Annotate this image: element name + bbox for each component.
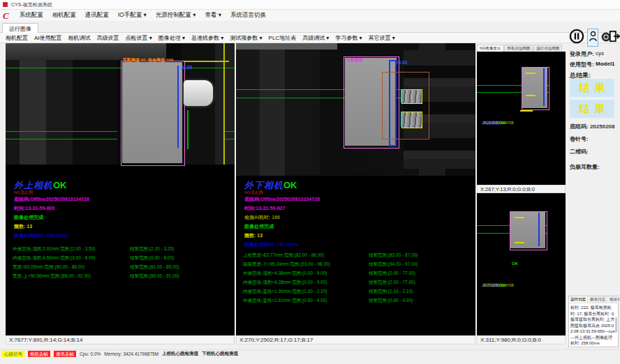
ai-roi-label: AI检测框 [346,57,363,63]
ng-view-tabs: NG图像显示 所有点位线图 运行点位线图 [477,43,566,52]
lower-camera-heartbeat: 下相机心跳检测值 [202,351,238,357]
exit-door-icon [609,30,620,45]
menu-item-language[interactable]: 系统语言切换 [230,11,266,20]
ng-view-2[interactable]: OK 外下相机OK 2025020813134728 [477,193,566,335]
status-bar: 心跳信号 相机丢帧 通讯丢帧 Cpu: 0.0% Memory: 3424.41… [0,349,620,358]
measurement-value: 外侧至线-顶图:2.91mm 范围:(2.00 - 3.50) [13,246,95,252]
mini-measure-line [538,213,540,246]
tool-spotcheck-settings[interactable]: 点检设置 ▾ [126,34,152,42]
menu-item-camera-config[interactable]: 相机配置 [52,11,76,20]
ng-note: NG见右图 [14,190,33,196]
ng-view-1[interactable]: 外上相机OK 2025020813134728 [477,52,566,185]
tab-ng-image[interactable]: NG图像显示 [477,45,503,52]
camera-name: 外上相机 [14,180,53,190]
ng-view-1-coords: X:267;Y:13;R:0;G:0;B:0 [477,185,566,193]
ai-elapsed-line: 检测AI耗时: 166 [244,214,280,221]
tab-edge-mark-1 [401,89,402,103]
ref-line-4 [225,139,235,139]
log-tabs: 运行日志 极耳日志 错误日志 [569,296,618,303]
tab-all-points[interactable]: 所有点位线图 [504,45,533,52]
middle-camera-view[interactable]: AI检测框 23.80 外下相机OK NG见右图 底纸码:Offline2025… [236,43,475,335]
pause-button[interactable] [568,29,585,46]
elapsed-line: 图像处理耗时: 298.00ms [14,232,68,239]
toolbar: 相机配置 AI使用配置 相机调试 高级设置 点检设置 ▾ 图像处理 ▾ 基准线参… [0,33,620,43]
time-line: 时间:13-31-59-627 [244,205,285,212]
total-result-box-2: 结果 [570,100,614,118]
measurement-alarm: 报警范围:(0.00 - 8.00) [130,255,174,261]
mini-ok-label: OK [512,261,518,266]
ref-line-1 [6,131,117,132]
user-icon [589,31,597,45]
camera-status: OK [53,180,67,190]
turns-line: 圈数: 13 [244,232,263,239]
measurement-value: 内侧至线-顶图:4.60mm 范围:(3.00 - 6.00) [13,255,95,261]
measurement-alarm: 报警范围:(2.00 - 77.00) [369,271,415,277]
tool-image-processing[interactable]: 图像处理 ▾ [158,34,185,42]
mini-mark-1 [526,73,536,74]
mini-note: 2025020813134728 [482,121,514,125]
edge-v-line [223,43,225,165]
user-button[interactable] [587,29,598,47]
measurement-value: 外侧至线-直线=2.61mm 范围:(0.60 - 4.00) [243,298,327,304]
window-title: CYS-视觉检测系统 [11,2,52,7]
paper-code-line: 底纸码:Offline2025020813134728 [14,196,89,203]
camera-dropframe-badge: 相机丢帧 [28,351,50,357]
menu-item-system-config[interactable]: 系统配置 [20,11,43,20]
measurement-alarm: 报警范围:(89.00 - 91.00) [130,273,179,280]
tab-run-log[interactable]: 运行日志 [569,296,588,303]
tool-baseline-params[interactable]: 基准线参数 ▾ [191,34,223,42]
tab-error-log[interactable]: 错误日志 [608,296,620,303]
memory-usage: Memory: 3424.41796875M [104,351,158,356]
match-threshold-label: 匹配阈值:93, 吻合阈值:100 [123,57,173,63]
menu-item-light-config[interactable]: 光源控制配置 ▾ [156,11,196,20]
tool-plc-address[interactable]: PLC地址表 [269,34,297,42]
measure-value-label: 23.08 [181,65,192,70]
match-roi-box [121,61,185,166]
middle-camera-cursor-coords: X:270;Y:2502;R:17;G:17;B:17 [236,335,475,344]
tool-camera-config[interactable]: 相机配置 [6,34,28,42]
page-tabs: 运行图像 [0,21,620,33]
upper-camera-heartbeat: 上相机心跳检测值 [162,351,198,357]
mini-mark-1 [515,217,524,218]
tool-ai-config[interactable]: AI使用配置 [34,34,62,42]
log-panel: 运行日志 极耳日志 错误日志 耗时: 222, 极耳检测耗时: 17, 极耳分离… [568,296,619,347]
tool-test-params[interactable]: 测试项参数 ▾ [230,34,262,42]
menu-item-io-config[interactable]: IO手配置 ▾ [118,11,147,20]
tab-detect-box-2 [401,112,422,128]
tool-other-settings[interactable]: 其它设置 ▾ [369,34,395,42]
turns-line: 圈数: 13 [14,223,32,230]
tool-advanced-debug[interactable]: 高级调试 ▾ [302,34,329,42]
measurement-value: 内侧至线-顶图=4.28mm 范围:(0.00 - 9.00) [243,280,327,286]
tool-learning-params[interactable]: 学习参数 ▾ [335,34,362,42]
tab-detect-box-1 [401,89,422,104]
app-window: CYS-视觉检测系统 C 系统配置 相机配置 通讯配置 IO手配置 ▾ 光源控制… [0,0,620,364]
done-line: 图像处理完成 [244,223,274,230]
total-result-box-1: 结果 [570,79,614,97]
ref-line-2 [6,139,117,139]
measurement-alarm: 报警范围:(81.00 - 85.00) [130,264,179,271]
tab-edge-mark-2 [401,112,402,127]
login-user-label: 登录用户: [570,50,594,58]
paper-code-field: 底纸码: 20250208 [570,123,614,130]
left-camera-view[interactable]: 匹配阈值:93, 吻合阈值:100 23.08 外上相机OK NG见右图 底纸码… [6,43,235,335]
mini-note: 2025020813134728 [482,283,514,287]
qr-code-label: 二维码: [570,148,589,156]
tab-tab-log[interactable]: 极耳日志 [589,296,607,303]
measurement-alarm: 报警范围:(0.60 - 4.00) [369,298,413,304]
measurement-value: 宽度-上=90.56mm 范围:(88.00 - 92.00) [13,273,91,280]
heartbeat-badge: 心跳信号 [2,351,24,357]
measurement-alarm: 报警范围:(2.20 - 3.20) [130,246,174,252]
tool-camera-debug[interactable]: 相机调试 [68,34,91,42]
camera-name: 外下相机 [244,180,283,190]
menu-item-comm-config[interactable]: 通讯配置 [85,11,109,20]
measurement-alarm: 报警范围:(2.00 - 77.00) [369,280,415,286]
menubar: C 系统配置 相机配置 通讯配置 IO手配置 ▾ 光源控制配置 ▾ 查看 ▾ 系… [0,10,620,21]
menu-item-view[interactable]: 查看 ▾ [205,11,221,20]
tab-run-points[interactable]: 运行点位线图 [533,45,562,52]
log-scrollbar[interactable] [615,317,617,333]
brand-logo-icon: C [3,11,9,20]
exit-button[interactable] [608,29,620,45]
measurement-alarm: 报警范围:(1.10 - 2.10) [369,289,413,295]
tool-advanced-settings[interactable]: 高级设置 [97,34,119,42]
machine-top-band [236,43,337,50]
